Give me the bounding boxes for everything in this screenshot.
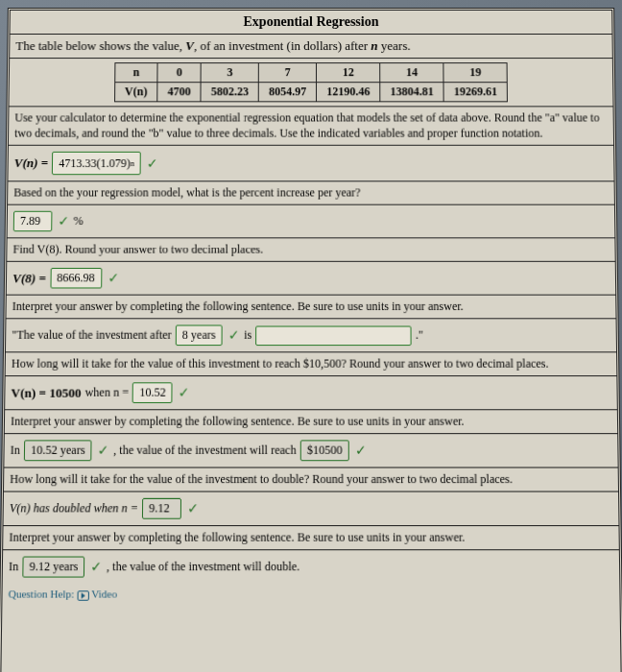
- check-icon: ✓: [187, 500, 199, 517]
- table-cell: 7: [258, 63, 316, 83]
- q7-input[interactable]: 9.12: [142, 498, 181, 519]
- table-cell: 19269.61: [443, 83, 507, 102]
- q6-lead: In: [11, 444, 20, 459]
- q4-mid: is: [244, 328, 251, 343]
- q2-prompt: Based on the your regression model, what…: [8, 181, 614, 204]
- q3-prompt: Find V(8). Round your answer to two deci…: [7, 239, 614, 263]
- q1-input[interactable]: 4713.33(1.079)n: [52, 152, 141, 175]
- var-n: n: [371, 38, 377, 53]
- q5-row: V(n) = 10500 when n = 10.52 ✓: [5, 376, 617, 410]
- video-icon: [77, 590, 88, 601]
- q7-prompt: How long will it take for the value of t…: [4, 468, 618, 492]
- table-cell: 12: [317, 63, 380, 83]
- q2-input[interactable]: 7.89: [13, 211, 53, 231]
- instruction-text: Use your calculator to determine the exp…: [9, 107, 613, 146]
- q7-row: V(n) has doubled when n = 9.12 ✓: [4, 492, 619, 527]
- q6-box1[interactable]: 10.52 years: [24, 441, 92, 462]
- check-icon: ✓: [98, 443, 109, 460]
- table-cell: 19: [443, 63, 507, 83]
- q4-box1[interactable]: 8 years: [176, 325, 223, 347]
- table-cell: 8054.97: [258, 83, 316, 102]
- q8-row: In 9.12 years ✓ , the value of the inves…: [3, 550, 620, 584]
- subtitle-text: years.: [378, 38, 411, 53]
- data-table: n 0 3 7 12 14 19 V(n) 4700 5802.23 8054.…: [114, 62, 508, 102]
- help-video-link[interactable]: Video: [91, 588, 117, 600]
- table-cell: 5802.23: [201, 83, 258, 102]
- q4-prompt: Interpret your answer by completing the …: [6, 296, 615, 320]
- table-cell: 13804.81: [380, 83, 443, 102]
- help-label: Question Help:: [9, 588, 75, 600]
- q7-label: V(n) has doubled when n =: [10, 501, 138, 516]
- help-row: Question Help: Video: [2, 584, 619, 605]
- subtitle-text: , of an investment (in dollars) after: [194, 38, 371, 53]
- q3-label: V(8) =: [12, 271, 46, 286]
- q1-value: 4713.33(1.079): [59, 156, 131, 171]
- check-icon: ✓: [58, 213, 69, 229]
- q8-lead: In: [9, 560, 18, 575]
- q1-row: V(n) = 4713.33(1.079)n ✓: [8, 146, 613, 182]
- table-cell: 14: [380, 63, 443, 83]
- check-icon: ✓: [355, 443, 367, 460]
- check-icon: ✓: [179, 385, 190, 402]
- q1-label: V(n) =: [14, 156, 49, 171]
- q2-unit: %: [73, 214, 83, 228]
- q6-row: In 10.52 years ✓ , the value of the inve…: [4, 434, 617, 468]
- q5-label-b: when n =: [84, 386, 129, 401]
- row-label: V(n): [114, 83, 157, 102]
- q4-trail: .": [416, 328, 423, 343]
- q5-prompt: How long will it take for the value of t…: [6, 352, 617, 376]
- table-row: n 0 3 7 12 14 19: [115, 63, 508, 83]
- table-cell: 3: [201, 63, 258, 83]
- q3-row: V(8) = 8666.98 ✓: [7, 262, 615, 296]
- q5-label-a: V(n) = 10500: [11, 385, 81, 401]
- table-cell: 0: [157, 63, 201, 83]
- q3-input[interactable]: 8666.98: [50, 268, 102, 289]
- table-cell: 4700: [157, 83, 201, 102]
- q1-exp: n: [131, 159, 134, 168]
- q8-box1[interactable]: 9.12 years: [22, 557, 84, 578]
- check-icon: ✓: [90, 559, 102, 576]
- q6-box2[interactable]: $10500: [300, 441, 349, 462]
- q2-row: 7.89 ✓ %: [8, 205, 615, 239]
- check-icon: ✓: [147, 156, 158, 172]
- q8-prompt: Interpret your answer by completing the …: [3, 526, 619, 550]
- q4-box2[interactable]: [255, 325, 412, 346]
- q6-mid: , the value of the investment will reach: [113, 444, 297, 459]
- row-label: n: [115, 63, 158, 83]
- check-icon: ✓: [228, 327, 240, 344]
- var-v: V: [185, 38, 194, 53]
- table-cell: 12190.46: [317, 83, 380, 102]
- data-table-wrap: n 0 3 7 12 14 19 V(n) 4700 5802.23 8054.…: [9, 59, 612, 107]
- q4-row: "The value of the investment after 8 yea…: [6, 319, 616, 352]
- subtitle: The table below shows the value, V, of a…: [10, 35, 612, 59]
- q8-mid: , the value of the investment will doubl…: [107, 560, 299, 575]
- worksheet-frame: Exponential Regression The table below s…: [0, 8, 622, 672]
- q6-prompt: Interpret your answer by completing the …: [5, 410, 617, 434]
- page-title: Exponential Regression: [11, 11, 612, 35]
- subtitle-text: The table below shows the value,: [15, 38, 185, 53]
- check-icon: ✓: [108, 270, 119, 286]
- q5-input[interactable]: 10.52: [132, 382, 173, 403]
- q4-lead: "The value of the investment after: [12, 328, 171, 343]
- table-row: V(n) 4700 5802.23 8054.97 12190.46 13804…: [114, 83, 507, 102]
